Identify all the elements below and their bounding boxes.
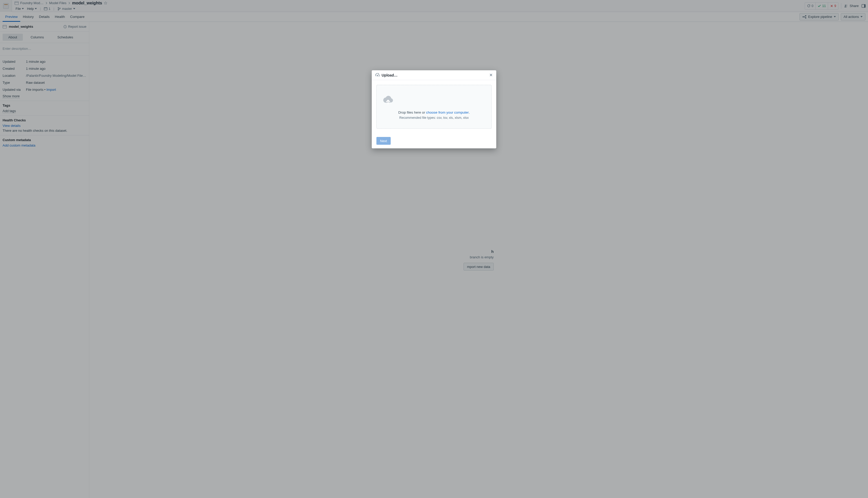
upload-modal: Upload… ✕ Drop files here or choose from… — [372, 70, 496, 148]
drop-suffix: . — [469, 110, 470, 114]
modal-header: Upload… ✕ — [372, 70, 496, 80]
dropzone-line1: Drop files here or choose from your comp… — [382, 110, 486, 114]
modal-close-button[interactable]: ✕ — [489, 73, 492, 77]
next-button[interactable]: Next — [377, 137, 391, 145]
modal-footer: Next — [372, 133, 496, 148]
modal-body: Drop files here or choose from your comp… — [372, 80, 496, 133]
modal-title: Upload… — [376, 73, 397, 77]
modal-title-text: Upload… — [382, 73, 397, 77]
dropzone-line2: Recommended file types: csv, tsv, xls, x… — [382, 116, 486, 120]
drop-prefix: Drop files here or — [398, 110, 426, 114]
upload-icon — [376, 73, 380, 77]
choose-from-computer-link[interactable]: choose from your computer — [426, 110, 469, 114]
cloud-upload-icon — [382, 94, 486, 106]
file-dropzone[interactable]: Drop files here or choose from your comp… — [377, 85, 491, 129]
